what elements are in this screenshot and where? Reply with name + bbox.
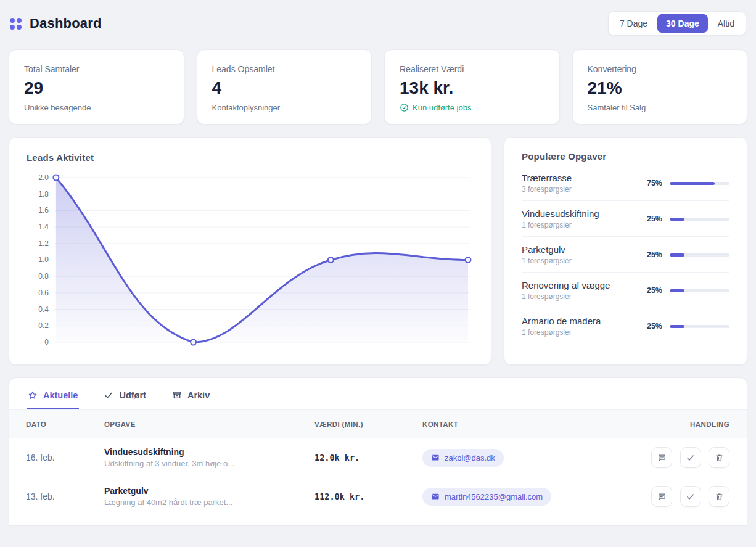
task-name: Vinduesudskiftning [522, 208, 599, 219]
svg-text:0.2: 0.2 [38, 321, 49, 330]
complete-button[interactable] [680, 486, 701, 507]
tab[interactable]: Arkiv [171, 390, 211, 409]
stat-subtitle-text: Unikke besøgende [24, 103, 91, 112]
comment-icon [657, 453, 667, 463]
dashboard-page: Dashboard 7 Dage 30 Dage Altid Total Sam… [0, 0, 756, 525]
task-meter: 25% [647, 286, 729, 295]
svg-text:2.0: 2.0 [38, 173, 49, 182]
row-task-title: Parketgulv [104, 486, 314, 496]
star-icon [28, 390, 38, 400]
row-task: Vinduesudskiftning Udskiftning af 3 vind… [104, 447, 314, 468]
stat-label: Total Samtaler [24, 64, 169, 74]
tab[interactable]: Udført [102, 390, 147, 409]
row-task-title: Vinduesudskiftning [104, 447, 314, 457]
task-percentage: 25% [647, 322, 662, 331]
table-body: 16. feb. Vinduesudskiftning Udskiftning … [9, 438, 747, 516]
svg-text:1.4: 1.4 [38, 223, 49, 231]
popular-tasks-list: Træterrasse 3 forespørgsler 75% Vinduesu… [522, 165, 729, 343]
row-actions [631, 486, 729, 507]
task-meter: 25% [647, 250, 729, 259]
stat-value: 4 [212, 78, 357, 98]
contact-email-chip[interactable]: zakoi@das.dk [422, 449, 504, 467]
time-range-button[interactable]: 30 Dage [657, 14, 708, 33]
contact-email-chip[interactable]: martin4562235@gmail.com [422, 488, 551, 506]
check-icon [686, 492, 695, 501]
row-task-description: Lægning af 40m2 hårdt træ parket... [104, 498, 314, 507]
check-icon [686, 453, 695, 463]
leads-activity-card: Leads Aktivitet 2.01.81.61.41.21.00.80.6… [9, 137, 491, 365]
stat-label: Realiseret Værdi [400, 64, 544, 74]
popular-task-row: Armario de madera 1 forespørgsler 25% [522, 308, 729, 343]
task-name: Renovering af vægge [522, 280, 610, 290]
task-info: Renovering af vægge 1 forespørgsler [522, 280, 610, 301]
task-info: Træterrasse 3 forespørgsler [522, 173, 572, 194]
header: Dashboard 7 Dage 30 Dage Altid [10, 10, 746, 37]
comment-icon [657, 492, 667, 501]
row-contact: zakoi@das.dk [422, 449, 631, 467]
svg-text:1.8: 1.8 [38, 190, 49, 199]
row-actions [631, 447, 729, 468]
trash-icon [715, 453, 724, 463]
page-title: Dashboard [30, 15, 102, 31]
tabs: Aktuelle Udført [9, 378, 747, 409]
task-request-count: 1 forespørgsler [522, 292, 610, 301]
contact-email-text: zakoi@das.dk [445, 453, 495, 463]
stat-subtitle-text: Samtaler til Salg [588, 103, 646, 112]
row-date: 13. feb. [26, 491, 104, 501]
popular-tasks-card: Populære Opgaver Træterrasse 3 forespørg… [504, 137, 747, 365]
column-header-task: OPGAVE [104, 421, 314, 428]
time-range-button[interactable]: 7 Dage [611, 14, 656, 33]
task-meter: 25% [647, 215, 729, 223]
mail-icon [431, 453, 440, 462]
delete-button[interactable] [709, 486, 729, 507]
svg-text:0: 0 [44, 338, 49, 347]
svg-text:0.6: 0.6 [38, 289, 49, 297]
trash-icon [715, 492, 724, 501]
comment-button[interactable] [651, 486, 672, 507]
task-meter: 75% [647, 179, 729, 187]
column-header-actions: HANDLING [631, 421, 729, 428]
middle-row: Leads Aktivitet 2.01.81.61.41.21.00.80.6… [9, 137, 747, 365]
stat-subtitle: Samtaler til Salg [588, 103, 733, 112]
popular-task-row: Træterrasse 3 forespørgsler 75% [522, 165, 729, 201]
task-progress-bar [670, 253, 729, 257]
task-percentage: 25% [647, 250, 662, 259]
task-info: Vinduesudskiftning 1 forespørgsler [522, 208, 599, 229]
complete-button[interactable] [680, 447, 701, 468]
popular-task-row: Parketgulv 1 forespørgsler 25% [522, 237, 729, 273]
column-header-value: VÆRDI (MIN.) [314, 421, 422, 428]
stat-value: 29 [24, 78, 169, 98]
stat-value: 21% [588, 78, 733, 98]
stat-card: Total Samtaler 29 Unikke besøgende [9, 49, 184, 125]
time-range-button[interactable]: Altid [709, 14, 743, 33]
task-name: Armario de madera [522, 316, 601, 326]
stat-card: Konvertering 21% Samtaler til Salg [572, 49, 748, 125]
table-header: DATO OPGAVE VÆRDI (MIN.) KONTAKT HANDLIN… [9, 409, 747, 438]
svg-text:0.8: 0.8 [38, 272, 49, 281]
tab[interactable]: Aktuelle [27, 390, 79, 409]
contact-email-text: martin4562235@gmail.com [445, 492, 543, 501]
task-progress-bar [670, 289, 729, 292]
row-value: 112.0k kr. [314, 491, 422, 501]
row-date: 16. feb. [26, 453, 104, 463]
task-info: Armario de madera 1 forespørgsler [522, 316, 601, 337]
stats-row: Total Samtaler 29 Unikke besøgende Leads… [9, 49, 747, 125]
row-task-description: Udskiftning af 3 vinduer, 3m høje o... [104, 459, 314, 468]
stat-value: 13k kr. [400, 78, 544, 98]
brand: Dashboard [10, 15, 102, 31]
stat-subtitle: Unikke besøgende [24, 103, 169, 112]
column-header-contact: KONTAKT [422, 421, 631, 428]
stat-label: Konvertering [588, 64, 733, 74]
column-header-date: DATO [26, 421, 104, 428]
delete-button[interactable] [709, 447, 729, 468]
svg-text:1.2: 1.2 [38, 239, 49, 248]
task-percentage: 75% [647, 179, 662, 187]
tab-label: Arkiv [187, 390, 210, 400]
archive-icon [172, 390, 182, 400]
stat-subtitle-text: Kun udførte jobs [413, 103, 471, 112]
task-request-count: 3 forespørgsler [522, 185, 572, 194]
comment-button[interactable] [651, 447, 672, 468]
mail-icon [431, 492, 440, 501]
task-info: Parketgulv 1 forespørgsler [522, 244, 572, 265]
popular-tasks-title: Populære Opgaver [522, 151, 729, 162]
